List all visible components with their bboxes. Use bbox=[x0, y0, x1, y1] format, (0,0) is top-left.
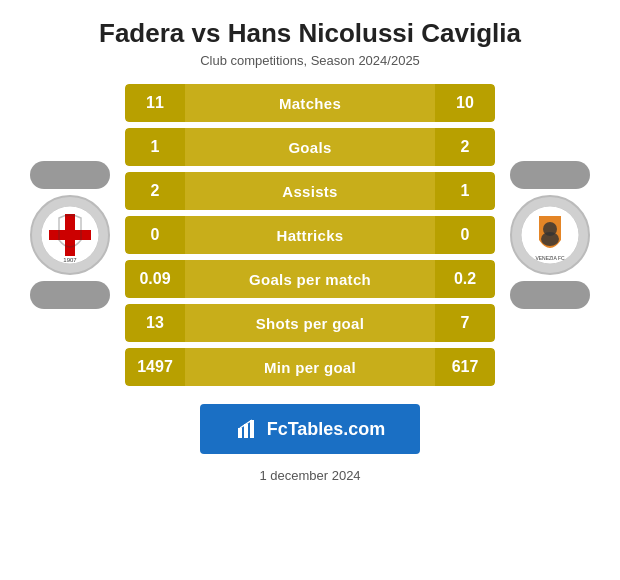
stat-left-value: 1 bbox=[125, 128, 185, 166]
fctables-icon bbox=[235, 417, 259, 441]
stat-label: Shots per goal bbox=[185, 304, 435, 342]
left-pill-top bbox=[30, 161, 110, 189]
right-pill-top bbox=[510, 161, 590, 189]
stat-left-value: 1497 bbox=[125, 348, 185, 386]
stat-left-value: 2 bbox=[125, 172, 185, 210]
stat-row: 11Matches10 bbox=[125, 84, 495, 122]
svg-text:1907: 1907 bbox=[63, 257, 77, 263]
stat-label: Hattricks bbox=[185, 216, 435, 254]
page-wrapper: Fadera vs Hans Nicolussi Caviglia Club c… bbox=[0, 0, 620, 580]
left-team-logo: 1907 bbox=[30, 195, 110, 275]
stat-right-value: 0 bbox=[435, 216, 495, 254]
svg-rect-9 bbox=[244, 424, 248, 438]
stat-left-value: 0.09 bbox=[125, 260, 185, 298]
stat-right-value: 2 bbox=[435, 128, 495, 166]
svg-text:VENEZIA FC: VENEZIA FC bbox=[535, 255, 565, 261]
stats-table: 11Matches101Goals22Assists10Hattricks00.… bbox=[125, 84, 495, 386]
stat-row: 0.09Goals per match0.2 bbox=[125, 260, 495, 298]
left-team-area: 1907 bbox=[15, 161, 125, 309]
page-subtitle: Club competitions, Season 2024/2025 bbox=[200, 53, 420, 68]
svg-rect-2 bbox=[49, 230, 91, 240]
svg-point-6 bbox=[541, 232, 559, 246]
page-title: Fadera vs Hans Nicolussi Caviglia bbox=[99, 18, 521, 49]
stat-row: 1Goals2 bbox=[125, 128, 495, 166]
stat-row: 0Hattricks0 bbox=[125, 216, 495, 254]
stat-right-value: 7 bbox=[435, 304, 495, 342]
stat-right-value: 10 bbox=[435, 84, 495, 122]
fctables-banner: FcTables.com bbox=[200, 404, 420, 454]
brand-name: FcTables.com bbox=[267, 419, 386, 440]
stat-label: Matches bbox=[185, 84, 435, 122]
stat-row: 2Assists1 bbox=[125, 172, 495, 210]
stat-row: 1497Min per goal617 bbox=[125, 348, 495, 386]
stat-row: 13Shots per goal7 bbox=[125, 304, 495, 342]
stat-label: Min per goal bbox=[185, 348, 435, 386]
main-section: 1907 11Matches101Goals22Assists10Hattric… bbox=[0, 84, 620, 386]
stat-left-value: 0 bbox=[125, 216, 185, 254]
stat-label: Goals bbox=[185, 128, 435, 166]
stat-label: Assists bbox=[185, 172, 435, 210]
svg-rect-8 bbox=[238, 428, 242, 438]
stat-label: Goals per match bbox=[185, 260, 435, 298]
svg-rect-10 bbox=[250, 420, 254, 438]
stat-left-value: 13 bbox=[125, 304, 185, 342]
stat-right-value: 0.2 bbox=[435, 260, 495, 298]
stat-right-value: 617 bbox=[435, 348, 495, 386]
right-team-area: VENEZIA FC bbox=[495, 161, 605, 309]
footer-date: 1 december 2024 bbox=[259, 468, 360, 483]
left-pill-bottom bbox=[30, 281, 110, 309]
stat-right-value: 1 bbox=[435, 172, 495, 210]
right-team-logo: VENEZIA FC bbox=[510, 195, 590, 275]
right-pill-bottom bbox=[510, 281, 590, 309]
stat-left-value: 11 bbox=[125, 84, 185, 122]
